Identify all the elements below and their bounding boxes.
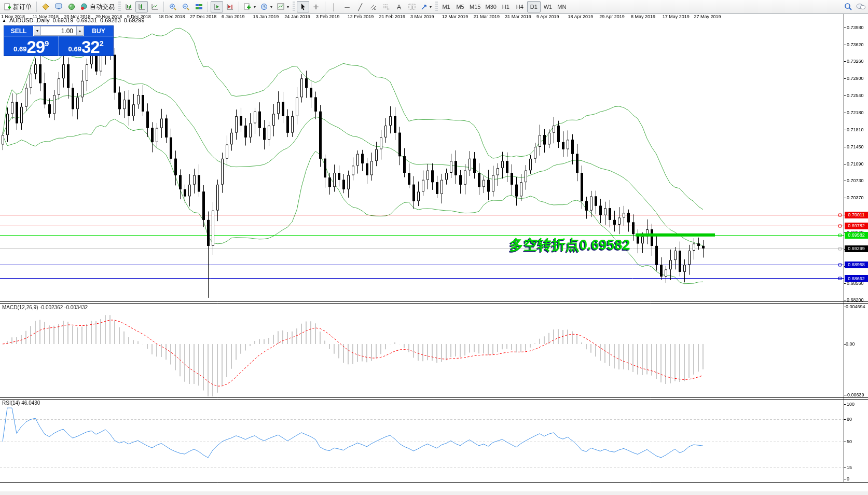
sell-price-pip: 9: [45, 39, 49, 48]
svg-text:T: T: [410, 5, 414, 10]
level-price-label: 0.69582: [845, 232, 868, 239]
svg-text:E: E: [374, 7, 376, 10]
rsi-axis-tick: 15: [847, 465, 852, 470]
arrows-button[interactable]: ▾: [419, 1, 434, 12]
chart-shift-button[interactable]: [224, 1, 236, 12]
vertical-line-button[interactable]: │: [328, 1, 340, 12]
auto-scroll-button[interactable]: [211, 1, 223, 12]
chevron-down-icon: ▾: [254, 5, 256, 9]
timeframe-m1[interactable]: M1: [439, 1, 453, 12]
timeframe-w1[interactable]: W1: [541, 1, 555, 12]
timeframe-m15[interactable]: M15: [467, 1, 483, 12]
one-click-trading-panel: SELL ▼ 1.00 ▲ BUY 0.69 29 9 0.69 32 2: [4, 25, 114, 56]
line-chart-icon: [151, 3, 159, 10]
timeframe-mn[interactable]: MN: [555, 1, 569, 12]
market-watch-button[interactable]: [52, 1, 65, 12]
rsi-axis-tick: 80: [847, 417, 852, 422]
zoom-out-button[interactable]: [180, 1, 192, 12]
date-axis-label: 21 Feb 2019: [379, 14, 405, 19]
svg-text:F: F: [388, 7, 390, 10]
bar-chart-icon: [125, 3, 133, 10]
timeframe-m30[interactable]: M30: [483, 1, 498, 12]
buy-price[interactable]: 0.69 32 2: [59, 36, 114, 56]
chat-icon[interactable]: [856, 3, 866, 11]
auto-scroll-icon: [213, 3, 221, 10]
price-axis-tick: 0.71810: [847, 127, 864, 132]
clock-icon: [260, 3, 268, 11]
rsi-indicator-label: RSI(14) 46.0430: [2, 400, 40, 406]
indicators-button[interactable]: ▾: [242, 1, 258, 12]
templates-button[interactable]: ▾: [275, 1, 291, 12]
navigator-button[interactable]: [65, 1, 78, 12]
profiles-button[interactable]: [39, 1, 52, 12]
line-chart-button[interactable]: [148, 1, 161, 12]
ohlc-high: 0.69331: [76, 17, 97, 23]
periods-button[interactable]: ▾: [258, 1, 274, 12]
candlestick-chart-button[interactable]: [135, 1, 148, 12]
crosshair-button[interactable]: ✛: [310, 1, 322, 12]
chevron-down-icon: ▾: [430, 5, 432, 9]
price-axis-tick: 0.71090: [847, 161, 864, 167]
zoom-out-icon: [182, 3, 190, 11]
text-label-icon: T: [408, 3, 416, 10]
search-icon[interactable]: [844, 3, 852, 11]
macd-main-value: -0.002362: [39, 305, 63, 310]
sell-price[interactable]: 0.69 29 9: [4, 36, 59, 56]
separator: [163, 2, 164, 12]
auto-trading-button[interactable]: 自动交易: [78, 1, 117, 12]
tile-windows-button[interactable]: [192, 1, 205, 12]
macd-name: MACD(12,26,9): [2, 305, 38, 310]
cursor-button[interactable]: [297, 1, 309, 12]
main-toolbar: 新订单 自动交易 ▾ ▾: [0, 0, 868, 14]
bar-chart-button[interactable]: [122, 1, 135, 12]
trendline-button[interactable]: ╱: [354, 1, 366, 12]
buy-price-big: 32: [81, 39, 100, 55]
chart-window[interactable]: ▲ AUDUSD-,Daily 0.69319 0.69331 0.69283 …: [0, 14, 868, 495]
date-axis-label: 15 Jan 2019: [253, 14, 279, 19]
chevron-down-icon: ▾: [270, 5, 272, 9]
separator: [325, 2, 325, 12]
auto-trading-label: 自动交易: [90, 3, 115, 11]
volume-increase-button[interactable]: ▲: [76, 26, 84, 36]
new-order-icon: [4, 3, 11, 10]
separator: [239, 2, 239, 12]
chevron-down-icon: ▾: [287, 5, 289, 9]
separator: [36, 2, 37, 12]
text-button[interactable]: A: [393, 1, 405, 12]
timeframe-h4[interactable]: H4: [513, 1, 527, 12]
horizontal-line-icon: ─: [345, 3, 349, 11]
equidistant-channel-icon: E: [369, 3, 377, 10]
price-axis-tick: 0.72180: [847, 110, 864, 115]
level-price-label: 0.68662: [845, 275, 868, 282]
buy-price-prefix: 0.69: [68, 45, 81, 53]
macd-indicator-label: MACD(12,26,9) -0.002362 -0.003432: [2, 305, 88, 310]
text-label-button[interactable]: T: [406, 1, 418, 12]
equidistant-channel-button[interactable]: E: [367, 1, 379, 12]
buy-button[interactable]: BUY: [84, 26, 113, 36]
timeframe-h1[interactable]: H1: [499, 1, 513, 12]
new-order-button[interactable]: 新订单: [2, 1, 34, 12]
timeframe-m5[interactable]: M5: [453, 1, 467, 12]
volume-input[interactable]: 1.00: [41, 26, 76, 36]
horizontal-line-button[interactable]: ─: [341, 1, 353, 12]
price-axis-tick: 0.70370: [847, 195, 864, 200]
auto-trading-icon: [80, 3, 88, 10]
rsi-axis-tick: 100: [847, 402, 855, 407]
trendline-icon: ╱: [358, 3, 362, 11]
toolbar-grip: [118, 2, 121, 12]
fibonacci-button[interactable]: F: [380, 1, 392, 12]
sell-button[interactable]: SELL: [4, 26, 34, 36]
cursor-icon: [300, 3, 307, 10]
chart-canvas[interactable]: [0, 14, 868, 495]
price-axis-tick: 0.72900: [847, 76, 864, 81]
date-axis-label: 31 Mar 2019: [505, 14, 531, 19]
date-axis-label: 12 Mar 2019: [442, 14, 469, 19]
timeframe-d1[interactable]: D1: [527, 1, 541, 12]
macd-axis-tick: 0.004694: [846, 304, 865, 309]
ohlc-open: 0.69319: [53, 17, 74, 23]
toolbar-grip: [293, 2, 295, 12]
collapse-panel-icon[interactable]: ▲: [2, 18, 6, 23]
volume-decrease-button[interactable]: ▼: [34, 26, 41, 36]
ohlc-low: 0.69283: [100, 17, 121, 23]
zoom-in-button[interactable]: [167, 1, 179, 12]
